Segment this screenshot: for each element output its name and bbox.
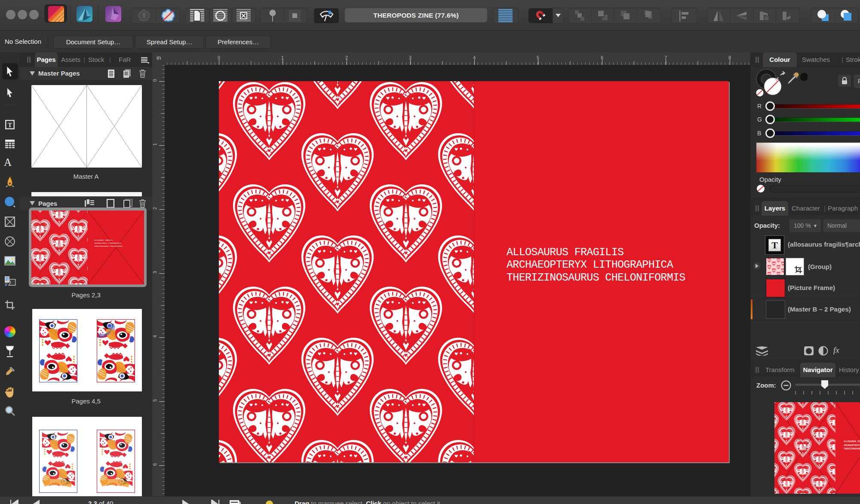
svg-text:THERIZINOSAURUS CHELONIFORMIS: THERIZINOSAURUS CHELONIFORMIS	[94, 245, 123, 247]
svg-text:ALLOSAURUS FRAGILIS: ALLOSAURUS FRAGILIS	[507, 246, 624, 259]
svg-text:ALLOSAURUS FRA: ALLOSAURUS FRA	[844, 440, 860, 443]
svg-text:THERIZINOSAURUS CHELONIFORMIS: THERIZINOSAURUS CHELONIFORMIS	[507, 272, 685, 284]
svg-text:T: T	[8, 122, 12, 128]
svg-text:ARCHAEOPTERYX LITHOGRAPHICA: ARCHAEOPTERYX LITHOGRAPHICA	[94, 242, 121, 244]
svg-text:THERIZINOSAURUS C: THERIZINOSAURUS C	[844, 447, 860, 450]
svg-text:ARCHAEOPTERYX LITHOGRAPHICA: ARCHAEOPTERYX LITHOGRAPHICA	[507, 259, 673, 271]
svg-text:ARCHAEOPTERYX L: ARCHAEOPTERYX L	[844, 444, 860, 447]
svg-text:ALLOSAURUS FRAGILIS: ALLOSAURUS FRAGILIS	[94, 239, 113, 241]
